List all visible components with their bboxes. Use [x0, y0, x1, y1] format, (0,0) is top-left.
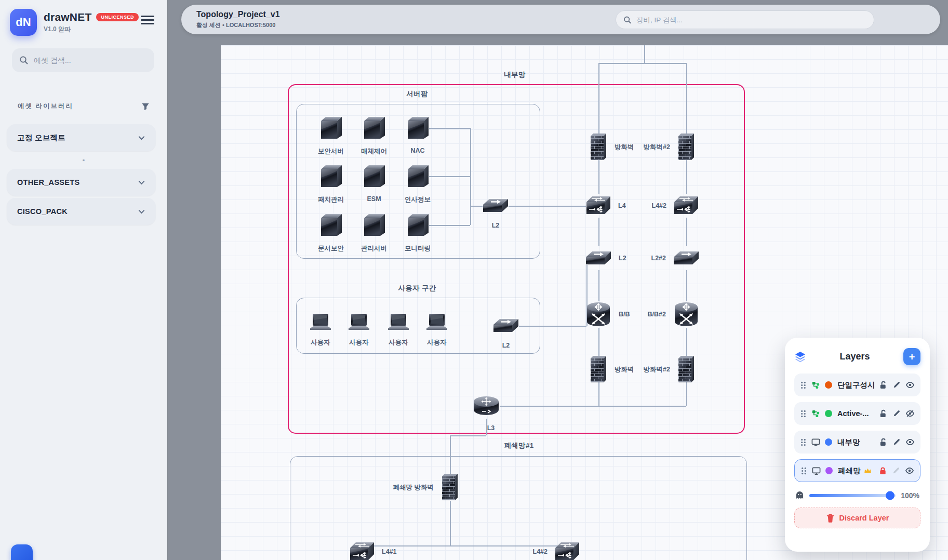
drag-handle-icon[interactable]	[800, 409, 807, 418]
node-laptop[interactable]	[387, 313, 410, 331]
firewall-icon	[677, 133, 696, 161]
node-label: B/B	[619, 311, 630, 318]
node-routerbb[interactable]	[673, 300, 700, 328]
asset-search[interactable]	[12, 48, 154, 72]
drag-handle-icon[interactable]	[800, 438, 807, 447]
node-server[interactable]	[406, 164, 430, 188]
topbar: Topology_Project_v1 활성 세션 • LOCALHOST:50…	[181, 5, 940, 34]
edit-icon[interactable]	[892, 381, 901, 389]
node-routerl3[interactable]	[472, 394, 501, 417]
switch4-icon	[349, 541, 375, 560]
node-laptop[interactable]	[425, 313, 448, 331]
add-layer-button[interactable]: +	[903, 348, 920, 365]
sidebar-section-fixed-objects[interactable]: 고정 오브젝트	[7, 124, 156, 151]
laptop-icon	[348, 313, 370, 331]
node-firewall[interactable]	[440, 473, 459, 501]
node-laptop[interactable]	[348, 313, 370, 331]
firewall-icon	[589, 133, 608, 161]
node-switch2[interactable]	[482, 197, 509, 215]
node-label: L2	[502, 342, 510, 349]
device-search[interactable]	[616, 10, 874, 29]
node-switch4[interactable]	[585, 195, 611, 217]
layer-row-Active-...[interactable]: Active-...	[794, 402, 920, 425]
node-label: 인사정보	[405, 195, 431, 204]
server-icon	[319, 213, 343, 237]
connector-line	[362, 545, 567, 546]
drag-handle-icon[interactable]	[800, 466, 807, 475]
lock-closed-icon[interactable]	[878, 466, 887, 475]
discard-layer-button[interactable]: Discard Layer	[794, 508, 920, 528]
node-server[interactable]	[362, 164, 386, 188]
node-switch4[interactable]	[554, 541, 580, 560]
node-routerbb[interactable]	[585, 300, 612, 328]
node-firewall[interactable]	[589, 133, 608, 161]
node-firewall[interactable]	[589, 355, 608, 383]
edit-icon[interactable]	[892, 466, 900, 475]
node-label: L4#1	[382, 548, 397, 555]
connector-line	[686, 159, 687, 194]
asset-search-input[interactable]	[34, 56, 147, 64]
eye-icon[interactable]	[905, 381, 915, 389]
server-icon	[362, 213, 386, 237]
lock-open-icon[interactable]	[879, 381, 888, 390]
layer-row-폐쇄망[interactable]: 폐쇄망	[794, 459, 920, 482]
node-server[interactable]	[362, 213, 386, 237]
sidebar-section-cisco-pack[interactable]: CISCO_PACK	[7, 198, 156, 225]
app-logo-row: dN drawNET UNLICENSED V1.0 알파	[10, 7, 157, 37]
drag-handle-icon[interactable]	[800, 381, 807, 390]
opacity-slider-thumb[interactable]	[886, 491, 894, 500]
layer-row-내부망[interactable]: 내부망	[794, 431, 920, 454]
node-label: 방화벽#2	[644, 365, 670, 374]
app-logo: dN	[10, 9, 37, 36]
node-firewall[interactable]	[677, 133, 696, 161]
node-switch4[interactable]	[349, 541, 375, 560]
node-laptop[interactable]	[309, 313, 332, 331]
node-switch2[interactable]	[673, 249, 700, 267]
license-badge: UNLICENSED	[96, 13, 139, 21]
firewall-icon	[440, 473, 459, 501]
node-switch2[interactable]	[585, 249, 612, 267]
layer-row-단일구성시[interactable]: 단일구성시	[794, 374, 920, 396]
edit-icon[interactable]	[892, 438, 901, 446]
switch2-icon	[673, 249, 700, 267]
lock-open-icon[interactable]	[879, 438, 888, 447]
device-search-input[interactable]	[636, 16, 866, 24]
switch2-icon	[482, 197, 509, 215]
node-label: 모니터링	[405, 244, 431, 253]
chevron-down-icon	[138, 208, 145, 216]
sidebar: dN drawNET UNLICENSED V1.0 알파 에셋 라이브러리 고…	[0, 0, 167, 560]
eye-icon[interactable]	[905, 438, 915, 446]
connector-line	[429, 176, 470, 177]
opacity-value: 100%	[901, 491, 919, 500]
sidebar-section-other-assets[interactable]: OTHER_ASSETS	[7, 169, 156, 196]
layer-color-dot	[825, 381, 832, 389]
node-server[interactable]	[319, 213, 343, 237]
node-server[interactable]	[319, 116, 343, 140]
node-server[interactable]	[319, 164, 343, 188]
tree-icon	[811, 381, 820, 390]
connector-line	[598, 159, 599, 194]
eye-off-icon[interactable]	[905, 409, 915, 418]
floating-action-button[interactable]	[11, 544, 33, 560]
node-server[interactable]	[406, 213, 430, 237]
app-root: { "accent_blue": "#4285f4", "region_pink…	[0, 0, 948, 560]
edit-icon[interactable]	[892, 409, 901, 418]
node-label: 관리서버	[361, 244, 387, 253]
lock-open-icon[interactable]	[879, 409, 888, 418]
opacity-slider[interactable]	[809, 494, 896, 497]
node-firewall[interactable]	[677, 355, 696, 383]
node-label: 폐쇄망 방화벽	[393, 483, 434, 492]
filter-icon[interactable]	[141, 102, 150, 111]
node-switch4[interactable]	[673, 195, 699, 217]
menu-icon[interactable]	[141, 14, 154, 25]
monitor-icon	[811, 438, 820, 447]
node-label: 방화벽#2	[644, 143, 670, 152]
tree-icon	[811, 409, 820, 418]
server-icon	[319, 164, 343, 188]
node-label: L2#2	[651, 255, 666, 262]
node-server[interactable]	[406, 116, 430, 140]
node-server[interactable]	[362, 116, 386, 140]
node-switch2[interactable]	[492, 317, 519, 335]
eye-icon[interactable]	[905, 466, 914, 475]
switch4-icon	[673, 195, 699, 217]
